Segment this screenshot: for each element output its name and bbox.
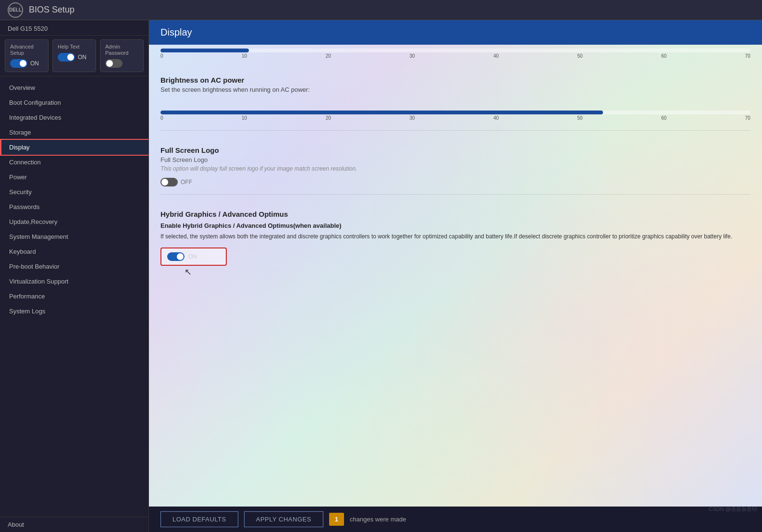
watermark: CSDN @语音杂音印 xyxy=(709,506,757,513)
quick-setting-help-text: Help Text ON xyxy=(52,39,96,72)
hybrid-desc: If selected, the system allows both the … xyxy=(160,232,750,241)
nav-item-power[interactable]: Power xyxy=(0,170,148,185)
full-screen-logo-toggle-label: OFF xyxy=(181,179,192,186)
full-screen-logo-track xyxy=(160,178,178,186)
nav-item-boot-configuration[interactable]: Boot Configuration xyxy=(0,95,148,110)
nav-item-passwords[interactable]: Passwords xyxy=(0,199,148,214)
brightness-section: Brightness on AC power Set the screen br… xyxy=(149,68,762,107)
scale-bar-ac-track xyxy=(160,49,750,52)
main-layout: Dell G15 5520 AdvancedSetup ON Help Text xyxy=(0,20,762,532)
right-content: Display 0 10 20 30 40 50 60 70 xyxy=(149,20,762,532)
display-header: Display xyxy=(149,20,762,45)
scale-bar-brightness-wrapper: 0 10 20 30 40 50 60 70 xyxy=(149,107,762,130)
nav-item-update-recovery[interactable]: Update,Recovery xyxy=(0,214,148,229)
scale-ticks-brightness: 0 10 20 30 40 50 60 70 xyxy=(160,115,750,121)
full-screen-logo-subtitle: Full Screen Logo xyxy=(160,156,750,163)
help-text-label: Help Text xyxy=(58,44,80,50)
nav-item-system-logs[interactable]: System Logs xyxy=(0,304,148,319)
divider-2 xyxy=(160,194,750,195)
hybrid-toggle-label: ON xyxy=(188,253,197,260)
nav-item-pre-boot-behavior[interactable]: Pre-boot Behavior xyxy=(0,259,148,274)
nav-item-about[interactable]: About xyxy=(0,517,148,532)
bios-title: BIOS Setup xyxy=(29,5,74,15)
scale-bar-brightness-fill xyxy=(160,111,603,114)
full-screen-logo-section: Full Screen Logo Full Screen Logo This o… xyxy=(149,138,762,194)
nav-item-performance[interactable]: Performance xyxy=(0,289,148,304)
advanced-setup-track xyxy=(10,59,27,68)
hybrid-graphics-section: Hybrid Graphics / Advanced Optimus Enabl… xyxy=(149,202,762,285)
nav-item-keyboard[interactable]: Keyboard xyxy=(0,244,148,259)
full-screen-logo-toggle[interactable]: OFF xyxy=(160,178,750,186)
hybrid-track xyxy=(167,252,184,261)
scale-ticks-ac: 0 10 20 30 40 50 60 70 xyxy=(160,53,750,59)
brightness-subtitle: Set the screen brightness when running o… xyxy=(160,86,750,93)
full-screen-logo-title: Full Screen Logo xyxy=(160,146,750,154)
apply-changes-button[interactable]: APPLY CHANGES xyxy=(244,511,323,527)
hybrid-toggle-highlighted[interactable]: ON xyxy=(160,247,227,266)
admin-password-label: AdminPassword xyxy=(105,44,128,56)
top-bar: DELL BIOS Setup xyxy=(0,0,762,20)
scale-bar-top-wrapper: 0 10 20 30 40 50 60 70 xyxy=(149,45,762,68)
hybrid-knob xyxy=(177,253,184,260)
quick-setting-admin-password: AdminPassword xyxy=(100,39,144,72)
dell-logo: DELL xyxy=(8,2,23,18)
quick-setting-advanced-setup: AdvancedSetup ON xyxy=(5,39,49,72)
quick-settings: AdvancedSetup ON Help Text ON xyxy=(0,36,148,76)
advanced-setup-label: AdvancedSetup xyxy=(10,44,34,56)
admin-password-knob xyxy=(106,60,113,67)
scale-bar-ac-fill xyxy=(160,49,249,52)
brightness-title: Brightness on AC power xyxy=(160,76,750,84)
scale-bar-brightness-container: 0 10 20 30 40 50 60 70 xyxy=(160,111,750,121)
nav-item-integrated-devices[interactable]: Integrated Devices xyxy=(0,110,148,125)
help-text-toggle-label: ON xyxy=(78,54,86,61)
nav-item-storage[interactable]: Storage xyxy=(0,125,148,140)
nav-item-virtualization-support[interactable]: Virtualization Support xyxy=(0,274,148,289)
nav-item-security[interactable]: Security xyxy=(0,185,148,199)
admin-password-toggle[interactable] xyxy=(105,59,123,68)
nav-item-system-management[interactable]: System Management xyxy=(0,229,148,244)
nav-item-overview[interactable]: Overview xyxy=(0,80,148,95)
help-text-toggle[interactable]: ON xyxy=(58,53,86,62)
full-screen-logo-desc: This option will display full screen log… xyxy=(160,165,750,172)
advanced-setup-toggle-label: ON xyxy=(30,60,39,67)
bottom-bar: LOAD DEFAULTS APPLY CHANGES 1 changes we… xyxy=(149,507,762,532)
changes-count-badge: 1 xyxy=(329,513,344,526)
admin-password-track xyxy=(105,59,123,68)
nav-menu: Overview Boot Configuration Integrated D… xyxy=(0,76,148,517)
full-screen-logo-knob xyxy=(161,179,168,186)
help-text-track xyxy=(58,53,75,62)
changes-text: changes were made xyxy=(350,516,406,523)
hybrid-subtitle: Enable Hybrid Graphics / Advanced Optimu… xyxy=(160,222,750,229)
advanced-setup-toggle[interactable]: ON xyxy=(10,59,39,68)
nav-item-connection[interactable]: Connection xyxy=(0,155,148,170)
scale-bar-brightness-track[interactable] xyxy=(160,111,750,114)
content-area: Display 0 10 20 30 40 50 60 70 xyxy=(149,20,762,507)
cursor-icon: ↖ xyxy=(184,267,750,277)
left-panel: Dell G15 5520 AdvancedSetup ON Help Text xyxy=(0,20,149,532)
divider-1 xyxy=(160,130,750,131)
nav-item-display[interactable]: Display xyxy=(0,140,148,155)
scale-bar-ac-container: 0 10 20 30 40 50 60 70 xyxy=(160,49,750,59)
help-text-knob xyxy=(67,54,74,61)
advanced-setup-knob xyxy=(20,60,26,67)
load-defaults-button[interactable]: LOAD DEFAULTS xyxy=(160,511,238,527)
device-name: Dell G15 5520 xyxy=(0,20,148,36)
hybrid-title: Hybrid Graphics / Advanced Optimus xyxy=(160,210,750,218)
